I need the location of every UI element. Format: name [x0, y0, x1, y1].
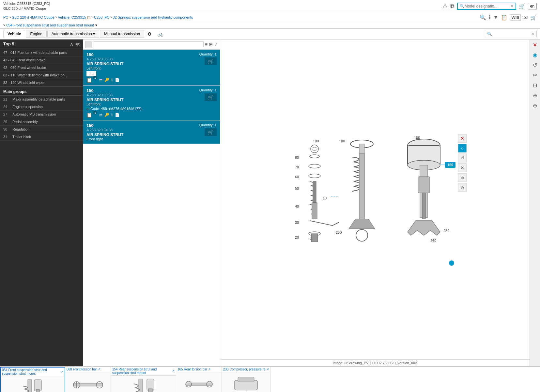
part-item-0[interactable]: 150 A 253 320 03 38 AIR SPRING STRUT Lef…	[83, 50, 220, 86]
breadcrumb-vehicle[interactable]: Vehicle: C253315	[58, 15, 86, 19]
top5-title: Top 5	[3, 41, 14, 46]
svg-text:✕: ✕	[460, 165, 464, 170]
thumb-060[interactable]: 060 Front torsion bar ↗	[65, 367, 111, 392]
tab-auto-transmission[interactable]: Automatic transmission ▾	[47, 30, 99, 38]
svg-text:260: 260	[430, 239, 436, 243]
svg-point-49	[449, 260, 454, 266]
close-panel-icon[interactable]: ✕	[531, 41, 540, 49]
top5-item-1[interactable]: 42 - 045 Rear wheel brake	[0, 56, 83, 64]
clear-search-icon[interactable]: ✕	[510, 4, 514, 8]
breadcrumb-pc[interactable]: PC	[3, 15, 8, 19]
group-item-31[interactable]: 31 Trailer hitch	[0, 133, 83, 141]
copy-icon[interactable]: ⧉	[450, 3, 455, 10]
tab-engine[interactable]: Engine	[26, 30, 46, 38]
top5-item-2[interactable]: 42 - 030 Front wheel brake	[0, 64, 83, 71]
compare-icon[interactable]: ⊡	[531, 81, 540, 89]
zoom-in-icon[interactable]: 🔍	[480, 14, 486, 21]
top5-item-4[interactable]: 82 - 120 Windshield wiper	[0, 79, 83, 86]
exchange-icon-1[interactable]: ⇄	[99, 113, 102, 117]
main-groups-header: Main groups	[0, 87, 83, 96]
cart-icon[interactable]: 🛒	[530, 14, 537, 21]
language-button[interactable]: en	[528, 3, 537, 9]
zoom-out-right-icon[interactable]: ⊖	[531, 102, 540, 110]
breadcrumb-model[interactable]: GLC 220 d 4MATIC Coupe	[12, 15, 54, 19]
info-icon-0[interactable]: ℹ	[111, 78, 113, 82]
toolbar-search-input[interactable]	[492, 32, 531, 36]
key-icon-1[interactable]: 🔑	[104, 113, 109, 117]
breadcrumb-fc[interactable]: C253_FC	[94, 15, 109, 19]
add-to-cart-0[interactable]: 🛒	[205, 57, 217, 65]
group-item-27[interactable]: 27 Automatic MB transmission	[0, 111, 83, 118]
toolbar-search-icon: 🔍	[487, 32, 492, 36]
svg-rect-22	[359, 144, 364, 154]
main-content: Top 5 ∧ ≪ 47 - 015 Fuel tank with detach…	[0, 39, 540, 366]
thumb-165[interactable]: 165 Rear torsion bar ↗	[176, 367, 222, 392]
top-search-box: 🔍 ✕	[457, 3, 516, 10]
svg-text:50: 50	[295, 186, 299, 190]
svg-point-9	[309, 174, 320, 178]
group-item-29[interactable]: 29 Pedal assembly	[0, 118, 83, 126]
svg-text:⊕: ⊕	[461, 176, 464, 180]
sub-breadcrumb: > 054 Front suspension strut and suspens…	[0, 22, 540, 29]
tabs-toolbar: Vehicle Engine Automatic transmission ▾ …	[0, 29, 540, 39]
tab-vehicle[interactable]: Vehicle	[3, 30, 25, 38]
document-icon[interactable]: 📋	[501, 14, 507, 21]
doc-icon-1[interactable]: 📄	[115, 113, 120, 117]
warning-icon[interactable]: ⚠	[442, 3, 448, 10]
zoom-in-right-icon[interactable]: ⊕	[531, 91, 540, 100]
grid-view-icon[interactable]: ⊞	[209, 42, 213, 47]
tab-manual-transmission[interactable]: Manual transmission	[100, 30, 144, 38]
image-panel: 100 100 80 70 60	[220, 39, 530, 366]
group-item-21[interactable]: 21 Major assembly detachable parts	[0, 96, 83, 103]
top5-item-3[interactable]: 83 - 110 Water deflector with intake bo.…	[0, 71, 83, 79]
top-search-input[interactable]	[465, 4, 510, 8]
toolbar-icons-right: 🔍 ℹ ▼ 📋 WIS ✉ 🛒	[480, 14, 537, 21]
mail-icon[interactable]: ✉	[523, 14, 528, 21]
history-icon[interactable]: ↺	[531, 61, 540, 69]
thumb-open-icon-1[interactable]: ↗	[98, 368, 100, 371]
thumb-open-icon-3[interactable]: ↗	[208, 368, 210, 371]
expand-icon[interactable]: ⤢	[214, 42, 218, 47]
filter-icon[interactable]: ▼	[493, 14, 499, 20]
cart-icon-top[interactable]: 🛒	[519, 3, 525, 9]
svg-point-5	[310, 155, 319, 158]
thumb-open-icon-0[interactable]: ↗	[61, 370, 63, 373]
thumb-open-icon-2[interactable]: ↗	[172, 369, 175, 373]
tab-icon-2[interactable]: 🚲	[155, 30, 166, 38]
header-right: ⚠ ⧉ 🔍 ✕ 🛒 en	[442, 3, 537, 10]
wis-icon[interactable]: WIS	[510, 14, 521, 21]
scissors-icon[interactable]: ✂	[531, 71, 540, 79]
part-color-box	[85, 41, 92, 48]
info-icon-1[interactable]: ℹ	[111, 113, 113, 117]
list-view-icon[interactable]: ≡	[205, 42, 208, 47]
dropdown-arrow[interactable]: ▾	[95, 23, 97, 27]
add-to-cart-2[interactable]: 🛒	[205, 128, 217, 136]
badge-icon-1: 📋 1	[86, 112, 97, 118]
svg-point-3	[312, 147, 317, 150]
group-item-24[interactable]: 24 Engine suspension	[0, 103, 83, 111]
thumb-054[interactable]: 054 Front suspension strut and suspensio…	[0, 367, 65, 392]
top5-collapse-icon[interactable]: ∧	[70, 41, 73, 47]
part-item-2[interactable]: 150 A 253 320 04 38 AIR SPRING STRUT Fro…	[83, 120, 220, 144]
top5-items: 47 - 015 Fuel tank with detachable parts…	[0, 49, 83, 87]
info-icon[interactable]: ℹ	[489, 14, 491, 21]
circle-icon[interactable]: ◉	[531, 51, 540, 59]
top5-menu-icon[interactable]: ≪	[75, 41, 80, 47]
key-icon-0[interactable]: 🔑	[104, 78, 109, 82]
group-item-30[interactable]: 30 Regulation	[0, 126, 83, 133]
part-item-1[interactable]: 150 A 253 320 03 38 AIR SPRING STRUT Lef…	[83, 86, 220, 120]
part-search-input[interactable]	[94, 41, 204, 47]
thumb-233[interactable]: 233 Compressor, pressure re ↗	[222, 367, 270, 392]
doc-icon-0[interactable]: 📄	[115, 78, 120, 82]
sub-breadcrumb-link[interactable]: 054 Front suspension strut and suspensio…	[6, 23, 94, 27]
exchange-icon-0[interactable]: ⇄	[99, 78, 102, 82]
top5-item-0[interactable]: 47 - 015 Fuel tank with detachable parts	[0, 49, 83, 56]
breadcrumb-32[interactable]: 32 Springs, suspension and hydraulic com…	[113, 15, 193, 19]
thumb-open-icon-4[interactable]: ↗	[266, 368, 269, 371]
copy-vehicle-icon[interactable]: 📋	[87, 16, 91, 19]
toolbar-search-clear[interactable]: ✕	[531, 32, 534, 36]
thumb-154[interactable]: 154 Rear suspension strut and suspension…	[111, 367, 176, 392]
tab-icon-1[interactable]: ⚙	[145, 30, 154, 38]
svg-text:150: 150	[447, 163, 453, 167]
add-to-cart-1[interactable]: 🛒	[205, 93, 217, 101]
